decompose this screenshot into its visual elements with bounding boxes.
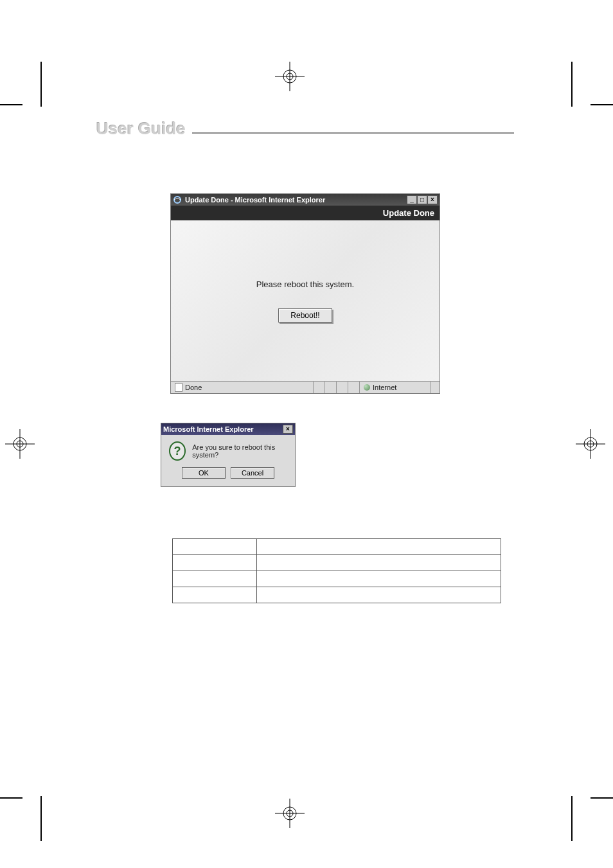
registration-mark-icon xyxy=(576,429,605,459)
status-done-text: Done xyxy=(185,384,202,391)
status-empty-cell xyxy=(337,382,348,393)
dialog-title: Microsoft Internet Explorer xyxy=(163,425,254,433)
crop-mark xyxy=(0,104,22,105)
maximize-button[interactable]: □ xyxy=(417,195,427,204)
crop-mark xyxy=(40,796,42,841)
update-done-window: Update Done - Microsoft Internet Explore… xyxy=(170,193,440,394)
table-row xyxy=(173,555,501,571)
description-table xyxy=(172,538,501,603)
confirm-reboot-dialog: Microsoft Internet Explorer × ? Are you … xyxy=(161,423,296,487)
crop-mark xyxy=(591,104,613,105)
globe-icon xyxy=(364,384,370,391)
crop-mark xyxy=(571,796,573,841)
table-row xyxy=(173,539,501,555)
svg-point-4 xyxy=(13,438,26,450)
close-button[interactable]: × xyxy=(427,195,438,204)
svg-point-1 xyxy=(287,73,293,80)
table-row xyxy=(173,571,501,587)
status-zone-text: Internet xyxy=(373,384,396,391)
minimize-button[interactable]: _ xyxy=(407,195,417,204)
registration-mark-icon xyxy=(275,62,305,91)
page-header: User Guide xyxy=(96,119,514,139)
status-zone-cell: Internet xyxy=(360,382,431,393)
svg-point-9 xyxy=(587,441,594,447)
svg-point-0 xyxy=(283,70,296,83)
header-rule xyxy=(192,132,514,134)
svg-point-13 xyxy=(287,810,293,817)
ie-icon xyxy=(173,195,182,204)
crop-mark xyxy=(0,797,22,799)
registration-mark-icon xyxy=(275,799,305,828)
dialog-title-bar: Microsoft Internet Explorer × xyxy=(161,423,295,435)
window-title-bar: Update Done - Microsoft Internet Explore… xyxy=(171,194,440,206)
crop-mark xyxy=(591,797,613,799)
window-content: Please reboot this system. Reboot!! xyxy=(171,220,440,381)
crop-mark xyxy=(571,62,573,107)
svg-point-8 xyxy=(584,438,597,450)
reboot-message: Please reboot this system. xyxy=(256,279,354,289)
registration-mark-icon xyxy=(5,429,35,459)
svg-point-5 xyxy=(17,441,23,447)
dialog-message: Are you sure to reboot this system? xyxy=(192,443,287,459)
svg-point-12 xyxy=(283,807,296,820)
close-button[interactable]: × xyxy=(283,425,293,434)
crop-mark xyxy=(40,62,42,107)
cancel-button[interactable]: Cancel xyxy=(231,467,274,479)
page-icon xyxy=(175,383,182,392)
status-empty-cell xyxy=(325,382,337,393)
page-title: User Guide xyxy=(96,119,186,139)
status-empty-cell xyxy=(314,382,325,393)
ok-button[interactable]: OK xyxy=(182,467,226,479)
status-progress-cell: Done xyxy=(171,382,314,393)
window-title: Update Done - Microsoft Internet Explore… xyxy=(185,196,325,204)
question-icon: ? xyxy=(169,441,186,461)
status-bar: Done Internet xyxy=(171,381,440,393)
update-done-banner: Update Done xyxy=(171,206,440,220)
svg-point-16 xyxy=(174,197,181,203)
status-empty-cell xyxy=(348,382,360,393)
table-row xyxy=(173,587,501,603)
reboot-button[interactable]: Reboot!! xyxy=(278,308,332,323)
